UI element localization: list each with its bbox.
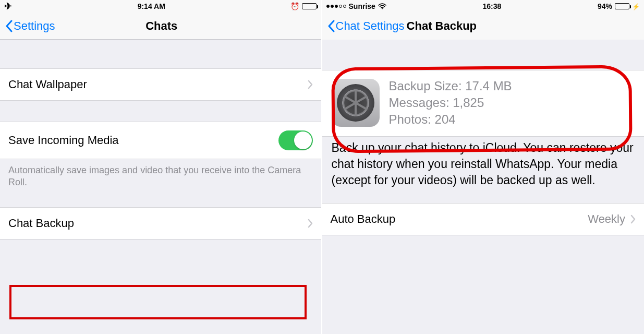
cell-chat-wallpaper[interactable]: Chat Wallpaper (0, 68, 321, 101)
backup-photos-label: Photos: (389, 112, 431, 126)
chevron-left-icon (327, 20, 335, 32)
back-button[interactable]: Settings (5, 19, 55, 33)
alarm-icon: ⏰ (290, 2, 299, 10)
cell-label: Chat Wallpaper (8, 78, 308, 91)
back-label: Chat Settings (336, 19, 405, 33)
cell-auto-backup[interactable]: Auto Backup Weekly (322, 203, 645, 235)
group-wallpaper: Chat Wallpaper (0, 68, 321, 101)
status-bar: Sunrise 16:38 94% (322, 0, 645, 13)
nav-title: Chat Backup (407, 19, 477, 33)
charging-icon (632, 2, 640, 10)
cell-value: Weekly (588, 212, 625, 226)
chevron-right-icon (630, 214, 636, 224)
settings-gear-icon (332, 79, 380, 127)
save-media-footer: Automatically save images and video that… (0, 159, 321, 194)
nav-bar: Settings Chats (0, 13, 321, 40)
group-save-media: Save Incoming Media Automatically save i… (0, 122, 321, 194)
backup-messages-line: Messages: 1,825 (389, 96, 512, 110)
backup-messages-value: 1,825 (453, 96, 484, 110)
carrier-label: Sunrise (349, 2, 375, 10)
status-time: 9:14 AM (138, 2, 165, 10)
backup-photos-line: Photos: 204 (389, 112, 512, 127)
backup-messages-label: Messages: (389, 96, 449, 110)
status-time: 16:38 (483, 2, 502, 10)
back-button[interactable]: Chat Settings (327, 19, 405, 33)
wifi-icon (378, 3, 386, 9)
airplane-icon (4, 1, 12, 12)
chevron-right-icon (308, 219, 313, 228)
backup-photos-value: 204 (435, 112, 456, 126)
backup-size-line: Backup Size: 17.4 MB (389, 79, 512, 93)
svg-point-0 (382, 8, 383, 9)
status-right: ⏰ (290, 2, 317, 10)
cell-save-incoming-media[interactable]: Save Incoming Media (0, 122, 321, 159)
backup-info-card: Backup Size: 17.4 MB Messages: 1,825 Pho… (322, 70, 645, 137)
battery-percent: 94% (598, 2, 612, 10)
switch-save-media[interactable] (278, 130, 313, 150)
battery-icon (302, 3, 317, 9)
backup-description: Back up your chat history to iCloud. You… (322, 137, 645, 194)
cell-chat-backup[interactable]: Chat Backup (0, 207, 321, 240)
chevron-left-icon (5, 20, 13, 32)
cell-label: Save Incoming Media (8, 134, 278, 147)
screen-chats-settings: 9:14 AM ⏰ Settings Chats Chat Wallpaper … (0, 0, 322, 334)
chevron-right-icon (308, 80, 313, 89)
nav-bar: Chat Settings Chat Backup (322, 13, 645, 40)
group-auto-backup: Auto Backup Weekly (322, 203, 645, 235)
screen-chat-backup: Sunrise 16:38 94% Chat Settings Chat Bac… (322, 0, 645, 334)
status-bar: 9:14 AM ⏰ (0, 0, 321, 13)
status-left: Sunrise (326, 2, 386, 10)
cell-label: Auto Backup (331, 212, 588, 226)
backup-size-value: 17.4 MB (465, 79, 512, 93)
cell-label: Chat Backup (8, 217, 308, 230)
group-chat-backup: Chat Backup (0, 207, 321, 240)
annotation-red-box (9, 285, 307, 319)
group-backup-info: Backup Size: 17.4 MB Messages: 1,825 Pho… (322, 70, 645, 194)
back-label: Settings (14, 19, 55, 33)
status-right: 94% (598, 2, 640, 10)
status-left (4, 1, 12, 12)
backup-size-label: Backup Size: (389, 79, 462, 93)
battery-icon (615, 3, 629, 9)
signal-dots-icon (326, 5, 346, 8)
